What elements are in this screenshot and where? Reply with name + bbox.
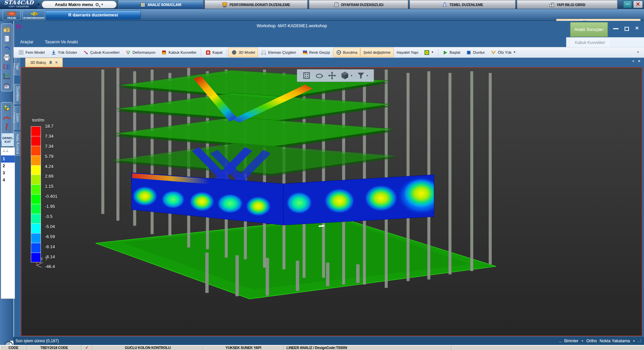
3d-model-view[interactable]: Z X Y xyxy=(21,68,642,336)
tab-temel-duzenleme[interactable]: TEMEL DUZENLEME xyxy=(410,0,516,9)
app-close-button[interactable]: ✕ xyxy=(633,1,643,8)
menu-bar: Araçlar Tasarım Ve Analiz xyxy=(13,34,566,47)
tab-kabuk-kuvvetleri-panel[interactable]: Kabuk Kuvvetleri xyxy=(570,38,610,47)
story-item-2[interactable]: 2 xyxy=(1,163,15,170)
chevron-down-icon: ▼ xyxy=(350,74,353,77)
analysis-type-cell: LINEER ANALIZ / DesignCode:TS500t xyxy=(284,345,451,350)
element-lines-icon xyxy=(261,50,266,55)
house-check-icon xyxy=(3,82,11,89)
story-item-3[interactable]: 3 xyxy=(1,170,15,177)
toolbar-separator xyxy=(227,49,227,56)
story-item-4[interactable]: 4 xyxy=(1,177,15,184)
staworkshop-button[interactable]: STAWORKSHOP xyxy=(22,10,45,20)
yuk-goster-button[interactable]: Yük Göster xyxy=(48,48,80,57)
view-tab-strip xyxy=(13,58,644,67)
legend-value: -6.59 xyxy=(45,234,57,244)
filter-button[interactable]: ▼ xyxy=(357,71,369,80)
quick-access-bar: FEA3D STAWORKSHOP R davranis duzenlemesi… xyxy=(0,9,644,21)
color-legend: tonf/m 18.77.347.345.794.242.691.15-0.40… xyxy=(31,118,57,277)
story-item-1[interactable]: 1 xyxy=(1,156,15,163)
line-chart-icon xyxy=(3,73,11,80)
window-minimize-button[interactable] xyxy=(613,28,619,29)
sidebar-group-main xyxy=(1,24,12,91)
button-label: Başlat xyxy=(449,50,460,54)
pin-icon[interactable] xyxy=(49,60,53,64)
deformasyon-button[interactable]: Deformasyon xyxy=(122,48,158,57)
analiz-makro-menu-dropdown[interactable]: Analiz Makro menu ▼ xyxy=(42,1,117,8)
color-scale-dropdown[interactable]: ▼ xyxy=(421,48,437,57)
cubuk-kuvvetleri-button[interactable]: Çubuk Kuvvetleri xyxy=(80,48,122,57)
pie-chart-button[interactable] xyxy=(2,103,11,112)
collapse-arrow-icon[interactable] xyxy=(38,3,40,6)
legend-value: -0.401 xyxy=(45,194,57,204)
dock-tab-cizim-listesi[interactable]: Çizim Listesi xyxy=(14,106,20,130)
snap-dropdown[interactable]: Nokta Yakalama xyxy=(600,339,630,343)
app-minimize-button[interactable]: ─ xyxy=(623,1,632,8)
load-case-icon xyxy=(491,50,496,55)
3d-viewport[interactable]: Z X Y ▼ ▼ tonf/m xyxy=(21,67,642,336)
ductility-cell: YUKSEK SUNEK YAPI xyxy=(203,345,284,350)
tab-analiz-sonuclari-panel[interactable]: Analiz Sonuçları xyxy=(570,22,608,37)
button-label: Deformasyon xyxy=(132,50,155,54)
viewport-nav-toolbar: ▼ ▼ xyxy=(297,69,374,82)
tab-3d-bakis[interactable]: 3D Bakış × xyxy=(25,58,63,67)
renk-gecisi-button[interactable]: Renk Geçişi xyxy=(299,48,333,57)
burulma-button[interactable]: Burulma xyxy=(333,48,361,57)
pan-button[interactable] xyxy=(328,71,336,80)
legend-unit-label: tonf/m xyxy=(32,118,57,123)
legend-value: 18.7 xyxy=(45,124,57,134)
fem-model-button[interactable]: Fem Model xyxy=(15,48,48,57)
dock-tab-yapi-agaci[interactable]: Yapı Ağ... xyxy=(14,58,20,75)
rebar-badge-icon: 6014 xyxy=(222,2,227,7)
ortho-toggle[interactable]: Ortho xyxy=(586,339,597,343)
sekil-degistirme-button[interactable]: Şekil değiştirme xyxy=(360,48,393,57)
kabuk-kuvvetler-button[interactable]: Kabuk Kuvvetler xyxy=(158,48,200,57)
update-structure-button[interactable] xyxy=(2,62,11,71)
baslat-button[interactable]: Başlat xyxy=(440,48,463,57)
eleman-cizgileri-button[interactable]: Eleman Çizgileri xyxy=(258,48,299,57)
rebar-curve-button[interactable] xyxy=(2,122,11,131)
sta4cad-logo: STA4CAD YAPI TASARIMI xyxy=(0,0,38,9)
hayalet-yapi-button[interactable]: Hayalet Yapı xyxy=(394,48,422,57)
units-dropdown[interactable]: Birimler xyxy=(564,339,578,343)
bridge-button[interactable] xyxy=(2,113,11,122)
orbit-button[interactable] xyxy=(315,71,324,80)
undo-arrow-icon xyxy=(3,44,11,52)
tab-diyafram-duzensizligi[interactable]: DIYAFRAM DUZENSIZLIGI xyxy=(309,0,408,9)
toolbar-separator xyxy=(438,49,438,56)
building-model-button[interactable] xyxy=(2,25,11,34)
view-cube-button[interactable]: ▼ xyxy=(340,71,353,80)
bridge-icon xyxy=(3,114,11,121)
undo-button[interactable] xyxy=(2,44,11,52)
window-maximize-button[interactable] xyxy=(625,27,629,31)
shell-contour-icon xyxy=(161,50,167,55)
dock-tab-ozellikler[interactable]: Özellikler xyxy=(14,84,20,104)
durdur-button[interactable]: Durdur xyxy=(463,48,488,57)
house-report-button[interactable] xyxy=(2,81,11,90)
tab-close-icon[interactable]: × xyxy=(638,59,640,63)
tab-performans-donati-duzenleme[interactable]: 6014 PERFORMANS-DONATI DUZENLEME xyxy=(205,0,308,9)
code-status-bar: CODE TBDY2018 CODE ✓ GUCLU KOLON KONTROL… xyxy=(0,345,644,350)
3d-model-button[interactable]: 3D Model xyxy=(228,48,258,57)
close-view-icon[interactable]: × xyxy=(55,60,58,65)
olu-yuk-dropdown[interactable]: Ölü Yük ▼ xyxy=(488,48,519,57)
menu-tasarim-ve-analiz[interactable]: Tasarım Ve Analiz xyxy=(45,40,78,44)
r-davranis-button[interactable]: R davranis duzenlemesi xyxy=(45,10,141,19)
genel-kat-header[interactable]: GENEL KAT xyxy=(1,133,14,146)
zoom-extents-button[interactable] xyxy=(302,71,311,80)
chart-button[interactable] xyxy=(2,72,11,81)
toolbar-overflow-button[interactable]: ▼ xyxy=(635,50,641,55)
tab-list-dropdown-icon[interactable]: ▼ xyxy=(632,60,635,63)
contour-swatch-icon xyxy=(424,50,429,55)
tab-analiz-sonuclari[interactable]: ANALIZ SONUCLARI xyxy=(118,0,203,9)
chevron-down-icon[interactable]: ▼ xyxy=(581,340,584,343)
print-button[interactable] xyxy=(2,53,11,62)
fea3d-button[interactable]: FEA3D xyxy=(3,10,21,20)
resize-grip[interactable] xyxy=(638,339,641,343)
tab-yapi-bilgi-girisi[interactable]: YAPI BILGI GIRISI xyxy=(517,0,618,9)
chevron-down-icon[interactable]: ▼ xyxy=(633,340,635,343)
menu-araclar[interactable]: Araçlar xyxy=(20,40,34,44)
kapat-button[interactable]: Kapat xyxy=(203,48,225,57)
report-list-button[interactable] xyxy=(2,34,11,43)
window-close-button[interactable]: × xyxy=(635,25,639,32)
